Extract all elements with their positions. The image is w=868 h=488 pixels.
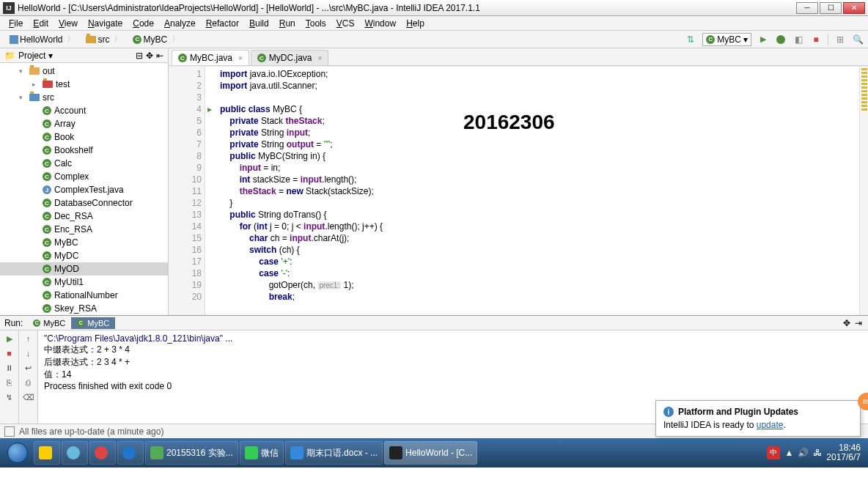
menu-file[interactable]: File (4, 17, 27, 30)
tree-node-calc[interactable]: CCalc (0, 157, 168, 170)
tree-node-account[interactable]: CAccount (0, 104, 168, 117)
line-number[interactable]: 3 (169, 92, 202, 103)
close-tab-icon[interactable]: × (238, 54, 243, 62)
line-number[interactable]: 12 (169, 197, 202, 209)
collapse-icon[interactable]: ⊟ (136, 51, 143, 61)
start-button[interactable] (3, 441, 32, 465)
line-number[interactable]: 15 (169, 232, 202, 244)
line-number[interactable]: 9 (169, 162, 202, 174)
line-number[interactable]: 13 (169, 209, 202, 221)
line-number[interactable]: 1 (169, 68, 202, 80)
taskbar-app[interactable]: 微信 (240, 441, 284, 465)
network-icon[interactable]: 🖧 (813, 448, 822, 458)
code-line[interactable]: break; (220, 291, 853, 303)
tree-node-out[interactable]: ▾out (0, 64, 168, 78)
project-panel-header[interactable]: 📁 Project ▾ ⊟ ✥ ⇤ (0, 48, 168, 63)
tray-icon[interactable]: ▲ (784, 448, 793, 458)
line-number[interactable]: 7 (169, 138, 202, 150)
down-button[interactable]: ↓ (23, 348, 34, 358)
gear-icon[interactable]: ✥ (843, 318, 850, 328)
update-link[interactable]: update (757, 420, 784, 430)
menu-view[interactable]: View (54, 17, 82, 30)
line-number[interactable]: 10 (169, 174, 202, 185)
tree-node-mydc[interactable]: CMyDC (0, 249, 168, 262)
status-icon[interactable] (4, 426, 15, 437)
menu-window[interactable]: Window (360, 17, 400, 30)
line-number[interactable]: 20 (169, 291, 202, 303)
code-line[interactable]: import java.util.Scanner; (220, 80, 853, 92)
menu-code[interactable]: Code (128, 17, 158, 30)
menu-build[interactable]: Build (245, 17, 273, 30)
tree-node-mybc[interactable]: CMyBC (0, 236, 168, 249)
line-number[interactable]: 8 (169, 150, 202, 162)
code-line[interactable]: private String output = ""; (220, 138, 853, 150)
tree-node-myod[interactable]: CMyOD (0, 262, 168, 276)
coverage-button[interactable]: ◧ (792, 34, 804, 45)
menu-analyze[interactable]: Analyze (160, 17, 200, 30)
print-button[interactable]: ⎙ (23, 377, 34, 388)
close-button[interactable]: ✕ (843, 2, 865, 14)
code-line[interactable]: case '+': (220, 256, 853, 267)
menu-help[interactable]: Help (402, 17, 429, 30)
tree-node-databaseconnector[interactable]: CDatabaseConnector (0, 196, 168, 210)
menu-tools[interactable]: Tools (301, 17, 331, 30)
hide-icon[interactable]: ⇥ (855, 318, 862, 328)
tree-node-book[interactable]: CBook (0, 130, 168, 144)
breadcrumb-mybc[interactable]: CMyBC〉 (128, 32, 185, 47)
stop-button[interactable]: ■ (810, 34, 822, 45)
code-line[interactable]: public class MyBC { (220, 103, 853, 115)
breadcrumb-helloworld[interactable]: HelloWorld〉 (4, 32, 81, 47)
editor-tab-mybc-java[interactable]: CMyBC.java× (172, 50, 249, 65)
taskbar-app[interactable] (117, 441, 144, 465)
line-number[interactable]: 6 (169, 127, 202, 138)
tree-node-dec_rsa[interactable]: CDec_RSA (0, 210, 168, 223)
code-line[interactable]: char ch = input.charAt(j); (220, 232, 853, 244)
code-line[interactable]: gotOper(ch, prec1: 1); (220, 279, 853, 291)
tree-node-skey_rsa[interactable]: CSkey_RSA (0, 302, 168, 315)
taskbar-app[interactable] (34, 441, 60, 465)
line-number[interactable]: 11 (169, 185, 202, 197)
code-line[interactable]: switch (ch) { (220, 244, 853, 256)
tree-node-complextest-java[interactable]: JComplexTest.java (0, 183, 168, 196)
code-line[interactable]: private Stack theStack; (220, 115, 853, 127)
code-area[interactable]: 20162306 import java.io.IOException;impo… (214, 67, 859, 315)
stop-button[interactable]: ■ (4, 348, 15, 358)
taskbar-app[interactable]: HelloWorld - [C... (384, 441, 477, 465)
menu-edit[interactable]: Edit (29, 17, 53, 30)
tree-node-bookshelf[interactable]: CBookshelf (0, 144, 168, 157)
code-line[interactable]: input = in; (220, 162, 853, 174)
menu-navigate[interactable]: Navigate (84, 17, 127, 30)
tree-node-rationalnumber[interactable]: CRationalNumber (0, 289, 168, 302)
menu-run[interactable]: Run (275, 17, 300, 30)
tree-node-complex[interactable]: CComplex (0, 170, 168, 183)
editor-tab-mydc-java[interactable]: CMyDC.java× (251, 50, 329, 65)
line-number[interactable]: 4 (169, 103, 202, 115)
system-tray[interactable]: 中 ▲ 🔊 🖧 18:46 2017/6/7 (767, 443, 865, 462)
code-line[interactable]: int stackSize = input.length(); (220, 174, 853, 185)
gear-icon[interactable]: ✥ (146, 51, 153, 61)
minimize-button[interactable]: ─ (796, 2, 818, 14)
line-number[interactable]: 18 (169, 267, 202, 279)
tree-node-array[interactable]: CArray (0, 117, 168, 130)
debug-button[interactable] (775, 34, 787, 45)
dump-button[interactable]: ⎘ (4, 377, 15, 388)
close-tab-icon[interactable]: × (318, 54, 323, 62)
tree-node-myutil1[interactable]: CMyUtil1 (0, 276, 168, 289)
clock[interactable]: 18:46 2017/6/7 (826, 443, 861, 462)
structure-button[interactable]: ⊞ (834, 34, 846, 45)
code-line[interactable] (220, 92, 853, 103)
line-number[interactable]: 14 (169, 221, 202, 232)
line-number[interactable]: 16 (169, 244, 202, 256)
project-tree[interactable]: ▾out▸test▾srcCAccountCArrayCBookCBookshe… (0, 63, 168, 315)
clear-button[interactable]: ⌫ (23, 392, 34, 402)
tree-node-src[interactable]: ▾src (0, 91, 168, 104)
run-config-selector[interactable]: C MyBC ▾ (702, 33, 751, 46)
code-line[interactable]: theStack = new Stack(stackSize); (220, 185, 853, 197)
taskbar-app[interactable] (89, 441, 116, 465)
ime-indicator[interactable]: 中 (767, 446, 780, 459)
code-line[interactable]: public String doTrans() { (220, 209, 853, 221)
menu-vcs[interactable]: VCS (332, 17, 359, 30)
up-button[interactable]: ↑ (23, 333, 34, 344)
toggle-icon[interactable]: ⇅ (685, 34, 696, 45)
exit-button[interactable]: ↯ (4, 392, 15, 402)
